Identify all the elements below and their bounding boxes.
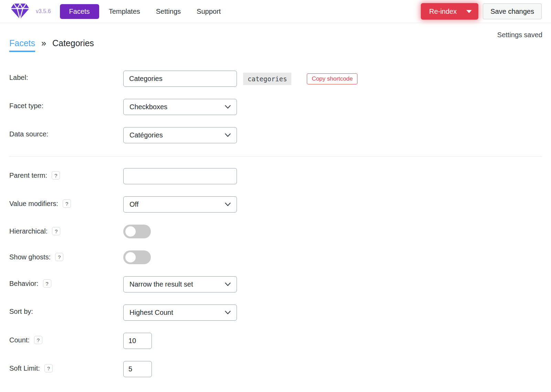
save-changes-button[interactable]: Save changes <box>483 3 542 19</box>
chevron-down-icon <box>466 10 472 13</box>
count-label: Count: ? <box>9 333 123 344</box>
show-ghosts-row: Show ghosts: ? <box>9 250 542 264</box>
version-label: v3.5.6 <box>36 8 51 14</box>
main-nav: Facets Templates Settings Support <box>60 4 237 19</box>
settings-saved-notice: Settings saved <box>497 31 542 39</box>
parent-term-input[interactable] <box>123 168 237 184</box>
value-modifiers-help-icon[interactable]: ? <box>63 199 71 208</box>
sort-by-row: Sort by: Highest Count <box>9 305 542 321</box>
behavior-selected-value: Narrow the result set <box>129 280 193 288</box>
section-divider <box>9 156 542 157</box>
facet-type-row: Facet type: Checkboxes <box>9 99 542 115</box>
data-source-label: Data source: <box>9 127 123 138</box>
facet-type-selected-value: Checkboxes <box>129 103 167 111</box>
value-modifiers-select[interactable]: Off <box>123 196 237 213</box>
facetwp-diamond-logo <box>9 2 31 20</box>
chevron-down-icon <box>225 282 231 286</box>
count-input[interactable] <box>123 333 152 349</box>
copy-shortcode-button[interactable]: Copy shortcode <box>307 73 357 84</box>
nav-tab-settings[interactable]: Settings <box>156 4 181 19</box>
hierarchical-help-icon[interactable]: ? <box>52 227 60 235</box>
sort-by-select[interactable]: Highest Count <box>123 305 237 321</box>
soft-limit-input[interactable] <box>123 361 152 377</box>
toggle-knob <box>125 252 136 262</box>
nav-tab-facets[interactable]: Facets <box>60 4 99 19</box>
facet-editor-page: Settings saved Facets » Categories Label… <box>0 23 551 377</box>
behavior-label: Behavior: ? <box>9 276 123 288</box>
chevron-down-icon <box>225 311 231 314</box>
show-ghosts-toggle[interactable] <box>123 250 151 264</box>
data-source-select[interactable]: Catégories <box>123 127 237 143</box>
facet-type-select[interactable]: Checkboxes <box>123 99 237 115</box>
data-source-row: Data source: Catégories <box>9 127 542 143</box>
nav-tab-support[interactable]: Support <box>197 4 221 19</box>
reindex-button[interactable]: Re-index <box>421 3 478 20</box>
reindex-button-label: Re-index <box>429 8 457 16</box>
hierarchical-toggle[interactable] <box>123 225 151 238</box>
value-modifiers-selected-value: Off <box>129 200 138 208</box>
sort-by-selected-value: Highest Count <box>129 309 173 317</box>
parent-term-row: Parent term: ? <box>9 168 542 184</box>
count-row: Count: ? <box>9 333 542 349</box>
chevron-down-icon <box>225 133 231 137</box>
sort-by-label: Sort by: <box>9 305 123 316</box>
hierarchical-row: Hierarchical: ? <box>9 225 542 238</box>
soft-limit-help-icon[interactable]: ? <box>44 364 53 372</box>
facet-type-label: Facet type: <box>9 99 123 110</box>
breadcrumb-separator: » <box>41 38 46 48</box>
breadcrumb-facets-link[interactable]: Facets <box>9 38 35 52</box>
parent-term-help-icon[interactable]: ? <box>52 171 60 179</box>
breadcrumb: Facets » Categories <box>9 38 542 52</box>
chevron-down-icon <box>225 105 231 109</box>
top-nav: v3.5.6 Facets Templates Settings Support… <box>0 0 551 23</box>
shortcode-slug: categories <box>243 73 291 85</box>
label-field-label: Label: <box>9 71 123 82</box>
parent-term-label: Parent term: ? <box>9 168 123 179</box>
count-help-icon[interactable]: ? <box>34 336 42 344</box>
behavior-row: Behavior: ? Narrow the result set <box>9 276 542 292</box>
facet-label-input[interactable] <box>123 71 237 87</box>
soft-limit-label: Soft Limit: ? <box>9 361 123 372</box>
value-modifiers-row: Value modifiers: ? Off <box>9 196 542 213</box>
soft-limit-row: Soft Limit: ? <box>9 361 542 377</box>
hierarchical-label: Hierarchical: ? <box>9 225 123 235</box>
toggle-knob <box>125 226 136 237</box>
show-ghosts-help-icon[interactable]: ? <box>55 253 63 261</box>
facet-settings-form: Label: categories Copy shortcode Facet t… <box>9 71 542 377</box>
page-title: Categories <box>52 38 94 48</box>
chevron-down-icon <box>225 203 231 206</box>
show-ghosts-label: Show ghosts: ? <box>9 250 123 261</box>
data-source-selected-value: Catégories <box>129 131 163 139</box>
value-modifiers-label: Value modifiers: ? <box>9 196 123 208</box>
behavior-help-icon[interactable]: ? <box>43 279 51 288</box>
nav-tab-templates[interactable]: Templates <box>109 4 140 19</box>
header-actions: Re-index Save changes <box>421 3 542 20</box>
behavior-select[interactable]: Narrow the result set <box>123 276 237 292</box>
label-row: Label: categories Copy shortcode <box>9 71 542 87</box>
